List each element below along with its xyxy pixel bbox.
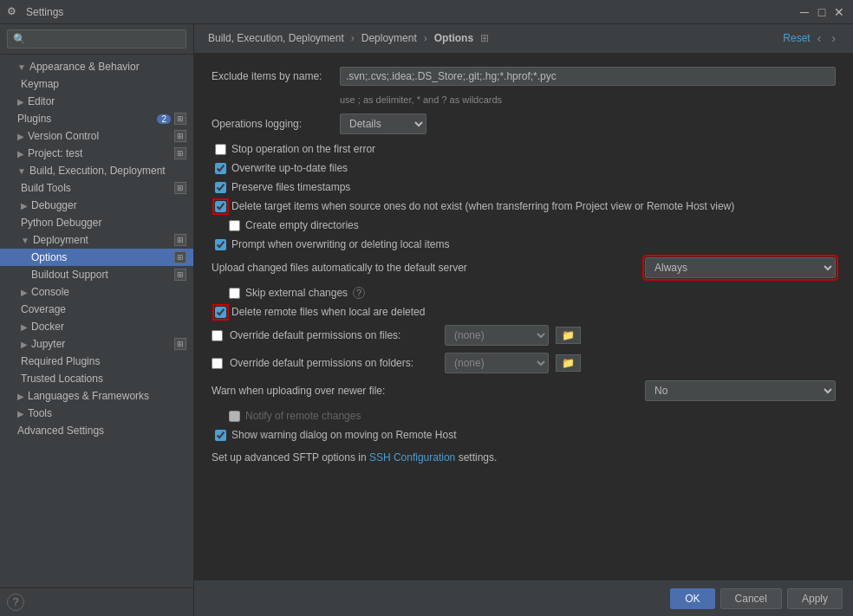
warn-upload-select[interactable]: No Yes xyxy=(645,380,836,401)
create-empty-dirs-checkbox[interactable] xyxy=(229,220,240,231)
prompt-overwrite-checkbox[interactable] xyxy=(215,239,226,250)
sidebar-item-version-control[interactable]: ▶ Version Control ⊞ xyxy=(0,127,193,145)
ops-logging-row: Operations logging: Details Information … xyxy=(212,113,836,134)
sidebar-item-label: Trusted Locations xyxy=(21,373,103,385)
sidebar-item-keymap[interactable]: Keymap xyxy=(0,75,193,93)
sidebar-item-label: Keymap xyxy=(21,78,59,90)
sidebar-item-plugins[interactable]: Plugins 2 ⊞ xyxy=(0,110,193,127)
sidebar-item-options[interactable]: Options ⊞ xyxy=(0,249,193,266)
sidebar-item-debugger[interactable]: ▶ Debugger xyxy=(0,197,193,214)
minimize-button[interactable]: ─ xyxy=(798,5,811,19)
cancel-button[interactable]: Cancel xyxy=(720,588,782,609)
sidebar-item-appearance[interactable]: ▼ Appearance & Behavior xyxy=(0,58,193,75)
ok-button[interactable]: OK xyxy=(670,588,714,609)
content-header: Build, Execution, Deployment › Deploymen… xyxy=(194,24,853,53)
override-files-checkbox[interactable] xyxy=(212,330,223,341)
sidebar-item-required-plugins[interactable]: Required Plugins xyxy=(0,353,193,370)
stop-on-error-row: Stop operation on the first error xyxy=(212,143,836,155)
ops-logging-select[interactable]: Details Information Warning None xyxy=(340,113,426,134)
override-files-label: Override default permissions on files: xyxy=(230,329,438,341)
close-button[interactable]: ✕ xyxy=(832,5,846,19)
sidebar: ▼ Appearance & Behavior Keymap ▶ Editor … xyxy=(0,24,194,616)
override-folders-folder-btn[interactable]: 📁 xyxy=(556,354,581,372)
ops-logging-label: Operations logging: xyxy=(212,118,333,130)
sidebar-item-label: Python Debugger xyxy=(21,217,101,229)
sidebar-item-label: Build, Execution, Deployment xyxy=(29,165,166,177)
sidebar-item-project[interactable]: ▶ Project: test ⊞ xyxy=(0,145,193,162)
override-folders-select[interactable]: (none) xyxy=(445,353,549,373)
sidebar-item-deployment[interactable]: ▼ Deployment ⊞ xyxy=(0,231,193,249)
sidebar-item-console[interactable]: ▶ Console xyxy=(0,283,193,301)
skip-external-row: Skip external changes ? xyxy=(212,287,836,299)
sidebar-item-editor[interactable]: ▶ Editor xyxy=(0,93,193,110)
show-warning-checkbox[interactable] xyxy=(215,430,226,441)
apply-button[interactable]: Apply xyxy=(787,588,843,609)
back-button[interactable]: ‹ xyxy=(814,31,825,45)
sidebar-item-label: Advanced Settings xyxy=(17,425,104,437)
overwrite-files-checkbox[interactable] xyxy=(215,163,226,174)
breadcrumb-part3: Options xyxy=(434,32,473,44)
sidebar-item-python-debugger[interactable]: Python Debugger xyxy=(0,214,193,231)
prompt-overwrite-label: Prompt when overwriting or deleting loca… xyxy=(231,238,449,250)
content-area: Build, Execution, Deployment › Deploymen… xyxy=(194,24,853,616)
notify-remote-checkbox[interactable] xyxy=(229,411,240,422)
sidebar-item-languages[interactable]: ▶ Languages & Frameworks xyxy=(0,387,193,405)
override-files-select[interactable]: (none) xyxy=(445,325,549,346)
overwrite-files-label: Overwrite up-to-date files xyxy=(231,162,348,174)
buildout-icon: ⊞ xyxy=(174,269,186,281)
search-input[interactable] xyxy=(7,29,186,49)
window-title: Settings xyxy=(26,6,798,18)
delete-remote-checkbox[interactable] xyxy=(215,307,226,318)
sidebar-item-label: Coverage xyxy=(21,303,66,315)
sidebar-item-advanced-settings[interactable]: Advanced Settings xyxy=(0,422,193,439)
arrow-icon: ▶ xyxy=(21,322,28,332)
sidebar-item-build-tools[interactable]: Build Tools ⊞ xyxy=(0,179,193,197)
sftp-link[interactable]: SSH Configuration xyxy=(369,451,455,464)
sidebar-item-build-exec-deploy[interactable]: ▼ Build, Execution, Deployment xyxy=(0,162,193,179)
sidebar-item-tools[interactable]: ▶ Tools xyxy=(0,405,193,422)
sidebar-item-buildout-support[interactable]: Buildout Support ⊞ xyxy=(0,266,193,283)
help-button[interactable]: ? xyxy=(7,593,24,611)
sidebar-item-docker[interactable]: ▶ Docker xyxy=(0,318,193,335)
arrow-icon: ▼ xyxy=(17,166,26,176)
delete-remote-row: Delete remote files when local are delet… xyxy=(212,306,836,318)
exclude-hint: use ; as delimiter, * and ? as wildcards xyxy=(340,94,836,105)
delete-target-checkbox[interactable] xyxy=(215,201,226,212)
arrow-icon: ▶ xyxy=(21,201,28,211)
build-tools-icon: ⊞ xyxy=(174,182,186,194)
arrow-icon: ▶ xyxy=(21,288,28,297)
skip-help-icon[interactable]: ? xyxy=(353,287,365,299)
prompt-overwrite-row: Prompt when overwriting or deleting loca… xyxy=(212,238,836,250)
reset-button[interactable]: Reset xyxy=(783,32,810,44)
skip-external-checkbox[interactable] xyxy=(229,288,240,299)
stop-on-error-checkbox[interactable] xyxy=(215,144,226,155)
override-folders-label: Override default permissions on folders: xyxy=(230,357,438,369)
overwrite-files-row: Overwrite up-to-date files xyxy=(212,162,836,174)
sftp-suffix: settings. xyxy=(459,451,498,464)
vcs-icon: ⊞ xyxy=(174,130,186,142)
override-folders-checkbox[interactable] xyxy=(212,358,223,369)
forward-button[interactable]: › xyxy=(828,31,839,45)
project-icon: ⊞ xyxy=(174,147,186,159)
exclude-input[interactable] xyxy=(340,67,836,86)
arrow-icon: ▶ xyxy=(17,392,24,401)
override-folders-row: Override default permissions on folders:… xyxy=(212,353,836,373)
override-files-folder-btn[interactable]: 📁 xyxy=(556,327,581,344)
sidebar-item-trusted-locations[interactable]: Trusted Locations xyxy=(0,370,193,387)
sidebar-item-label: Appearance & Behavior xyxy=(29,61,140,73)
create-empty-dirs-label: Create empty directories xyxy=(245,219,359,231)
preserve-timestamps-checkbox[interactable] xyxy=(215,182,226,193)
sidebar-item-jupyter[interactable]: ▶ Jupyter ⊞ xyxy=(0,335,193,353)
maximize-button[interactable]: □ xyxy=(815,5,829,19)
upload-row: Upload changed files automatically to th… xyxy=(212,257,836,278)
search-box xyxy=(0,24,193,55)
upload-select[interactable]: Always Never On explicit save action xyxy=(645,257,836,278)
sidebar-item-label: Buildout Support xyxy=(31,269,171,281)
warn-upload-label: Warn when uploading over newer file: xyxy=(212,385,638,397)
arrow-icon: ▶ xyxy=(17,409,24,418)
upload-label: Upload changed files automatically to th… xyxy=(212,262,638,274)
sidebar-items: ▼ Appearance & Behavior Keymap ▶ Editor … xyxy=(0,55,193,587)
sidebar-item-coverage[interactable]: Coverage xyxy=(0,301,193,318)
warn-upload-row: Warn when uploading over newer file: No … xyxy=(212,380,836,401)
breadcrumb-sep2: › xyxy=(424,32,427,44)
